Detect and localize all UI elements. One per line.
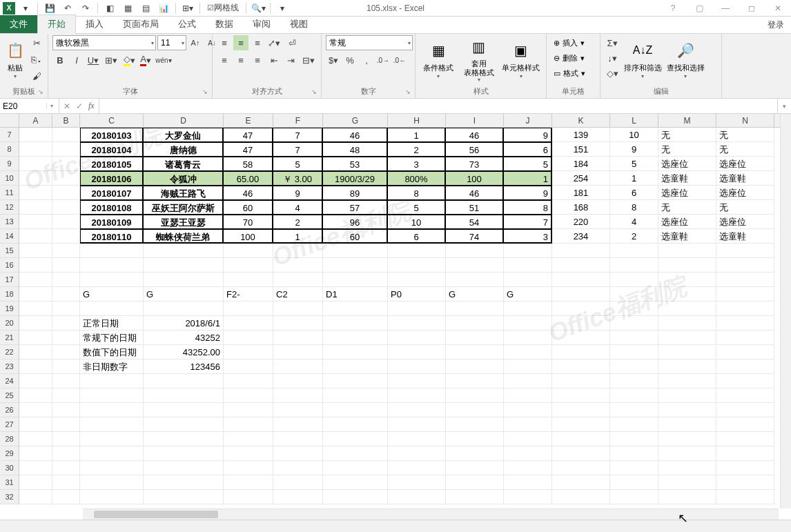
cell[interactable] xyxy=(224,258,273,273)
alignment-dialog-icon[interactable]: ↘ xyxy=(311,88,320,97)
cell[interactable] xyxy=(19,128,52,142)
gridlines-toggle[interactable]: ☑ 网格线 xyxy=(204,1,242,15)
cell[interactable] xyxy=(388,273,446,287)
cell[interactable] xyxy=(323,331,388,345)
cell[interactable] xyxy=(658,273,716,287)
cell[interactable] xyxy=(52,273,80,287)
cell[interactable] xyxy=(273,273,323,287)
cell[interactable] xyxy=(80,302,144,316)
save-icon[interactable]: 💾 xyxy=(42,1,57,15)
cell[interactable]: 254 xyxy=(552,171,610,186)
cell[interactable] xyxy=(19,215,52,229)
cell[interactable]: 43252.00 xyxy=(144,345,224,359)
tab-home[interactable]: 开始 xyxy=(37,14,76,34)
cell[interactable] xyxy=(446,331,504,345)
cell[interactable]: 7 xyxy=(273,128,323,142)
close-icon[interactable]: ✕ xyxy=(768,1,788,15)
cell[interactable] xyxy=(52,229,80,244)
row-header[interactable]: 11 xyxy=(0,186,19,200)
cell[interactable] xyxy=(224,432,273,446)
cell[interactable]: 89 xyxy=(323,186,388,200)
cell[interactable] xyxy=(552,244,610,258)
cell[interactable] xyxy=(273,374,323,388)
cell[interactable] xyxy=(552,446,610,461)
cell[interactable] xyxy=(52,432,80,446)
col-header-B[interactable]: B xyxy=(52,114,80,127)
cell[interactable] xyxy=(388,302,446,316)
cell[interactable] xyxy=(273,403,323,417)
cell[interactable] xyxy=(446,403,504,417)
cell[interactable]: 74 xyxy=(446,229,504,244)
cell[interactable] xyxy=(716,403,774,417)
cell[interactable] xyxy=(19,142,52,157)
cell[interactable]: 6 xyxy=(610,186,658,200)
col-header-J[interactable]: J xyxy=(504,114,552,127)
cell[interactable] xyxy=(19,200,52,215)
accept-formula-icon[interactable]: ✓ xyxy=(76,101,83,111)
cell[interactable]: 20180106 xyxy=(80,171,144,186)
cell[interactable] xyxy=(323,359,388,374)
cell[interactable] xyxy=(658,432,716,446)
cell[interactable] xyxy=(19,446,52,461)
cell[interactable] xyxy=(52,359,80,374)
cell[interactable] xyxy=(19,287,52,302)
cell[interactable]: 无 xyxy=(658,128,716,142)
cell[interactable] xyxy=(552,316,610,331)
cell[interactable] xyxy=(658,403,716,417)
cell[interactable] xyxy=(273,475,323,490)
cell[interactable] xyxy=(716,475,774,490)
cell[interactable]: 48 xyxy=(323,142,388,157)
cell[interactable] xyxy=(144,244,224,258)
cell[interactable]: 1 xyxy=(504,171,552,186)
cell[interactable] xyxy=(144,475,224,490)
orientation-icon[interactable]: ⤢▾ xyxy=(266,35,282,50)
cell[interactable]: 96 xyxy=(323,215,388,229)
cell[interactable]: 5 xyxy=(273,157,323,171)
tab-review[interactable]: 审阅 xyxy=(243,15,280,33)
row-header[interactable]: 25 xyxy=(0,388,19,403)
cell[interactable] xyxy=(224,273,273,287)
cell[interactable] xyxy=(610,331,658,345)
cell[interactable] xyxy=(19,273,52,287)
cell[interactable] xyxy=(716,316,774,331)
cell[interactable]: 2 xyxy=(273,215,323,229)
font-name-combo[interactable]: 微软雅黑▾ xyxy=(52,35,156,50)
tab-insert[interactable]: 插入 xyxy=(76,15,113,33)
decrease-decimal-icon[interactable]: .0← xyxy=(392,52,407,68)
cell[interactable] xyxy=(52,171,80,186)
cell[interactable]: 47 xyxy=(224,128,273,142)
wrap-text-icon[interactable]: ⏎ xyxy=(284,35,300,50)
cell[interactable] xyxy=(446,432,504,446)
row-header[interactable]: 10 xyxy=(0,171,19,186)
cell[interactable]: G xyxy=(80,287,144,302)
cell[interactable] xyxy=(323,273,388,287)
qat-custom-3-icon[interactable]: ▤ xyxy=(138,1,153,15)
cell[interactable] xyxy=(52,490,80,504)
cell[interactable] xyxy=(224,316,273,331)
cell[interactable] xyxy=(388,258,446,273)
cell[interactable] xyxy=(552,403,610,417)
autosum-icon[interactable]: Σ▾ xyxy=(605,35,620,50)
cell[interactable] xyxy=(658,417,716,432)
cell[interactable] xyxy=(273,258,323,273)
cell[interactable]: F2- xyxy=(224,287,273,302)
cell[interactable]: 9 xyxy=(504,186,552,200)
fill-color-button[interactable]: ◇▾ xyxy=(121,52,137,68)
cell[interactable] xyxy=(446,446,504,461)
cell[interactable]: 选座位 xyxy=(716,157,774,171)
help-icon[interactable]: ? xyxy=(663,1,683,15)
border-button[interactable]: ⊞▾ xyxy=(104,52,119,68)
cell[interactable] xyxy=(388,461,446,475)
row-header[interactable]: 27 xyxy=(0,417,19,432)
number-format-combo[interactable]: 常规▾ xyxy=(326,35,413,50)
cell[interactable]: 8 xyxy=(388,186,446,200)
cell[interactable]: 选座位 xyxy=(658,186,716,200)
cell[interactable] xyxy=(388,417,446,432)
cell[interactable] xyxy=(658,258,716,273)
paste-button[interactable]: 📋 粘贴 ▾ xyxy=(4,35,26,83)
cell[interactable] xyxy=(610,490,658,504)
cell[interactable] xyxy=(323,374,388,388)
select-all-corner[interactable] xyxy=(0,114,19,127)
cell[interactable]: 10 xyxy=(388,215,446,229)
cell[interactable] xyxy=(716,446,774,461)
